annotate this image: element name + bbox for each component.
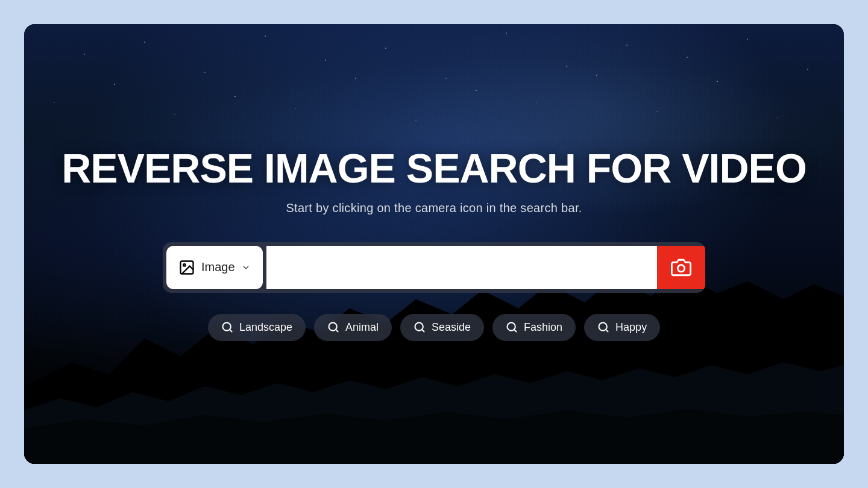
suggestion-tags-container: LandscapeAnimalSeasideFashionHappy — [208, 314, 660, 341]
search-input[interactable] — [266, 246, 657, 289]
camera-search-button[interactable] — [657, 246, 705, 289]
search-icon — [597, 321, 609, 333]
search-icon — [506, 321, 518, 333]
svg-line-8 — [422, 330, 424, 332]
tag-happy[interactable]: Happy — [584, 314, 660, 341]
svg-line-6 — [336, 330, 338, 332]
tag-label: Seaside — [432, 321, 471, 334]
chevron-down-icon — [241, 263, 251, 272]
tag-fashion[interactable]: Fashion — [492, 314, 576, 341]
page-content: REVERSE IMAGE SEARCH FOR VIDEO Start by … — [24, 24, 844, 464]
tag-label: Animal — [345, 321, 379, 334]
svg-line-10 — [514, 330, 517, 332]
search-type-dropdown[interactable]: Image — [166, 246, 263, 289]
dropdown-label: Image — [201, 260, 235, 274]
tag-label: Fashion — [524, 321, 562, 334]
tag-landscape[interactable]: Landscape — [208, 314, 306, 341]
main-container: REVERSE IMAGE SEARCH FOR VIDEO Start by … — [24, 24, 844, 464]
camera-icon — [671, 257, 691, 278]
search-icon — [414, 321, 426, 333]
svg-point-2 — [678, 264, 684, 271]
tag-label: Happy — [615, 321, 647, 334]
svg-line-4 — [230, 330, 232, 332]
page-title: REVERSE IMAGE SEARCH FOR VIDEO — [61, 147, 807, 190]
search-bar: Image — [163, 242, 705, 293]
svg-point-1 — [183, 264, 186, 266]
image-icon — [178, 259, 195, 276]
page-subtitle: Start by clicking on the camera icon in … — [286, 201, 582, 215]
tag-seaside[interactable]: Seaside — [400, 314, 484, 341]
tag-label: Landscape — [239, 321, 292, 334]
search-icon — [327, 321, 339, 333]
search-icon — [221, 321, 233, 333]
tag-animal[interactable]: Animal — [314, 314, 392, 341]
svg-line-12 — [606, 330, 608, 332]
